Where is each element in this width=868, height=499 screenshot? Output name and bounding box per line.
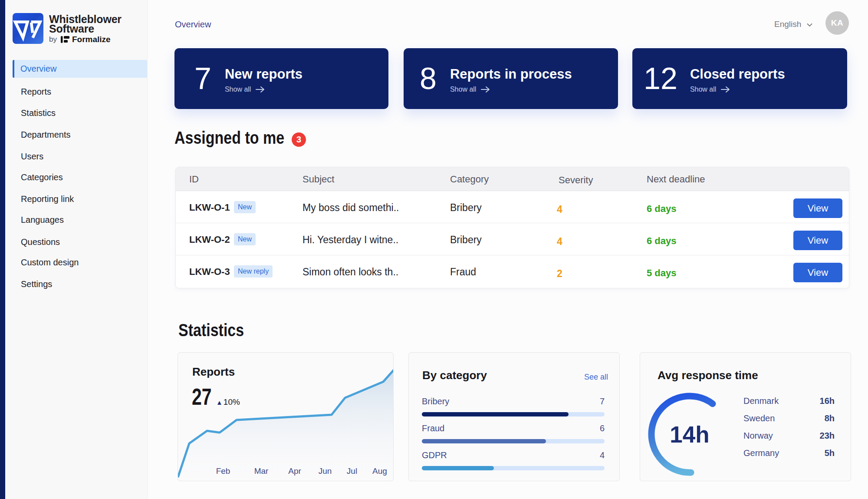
svg-text:14h: 14h xyxy=(670,422,709,447)
